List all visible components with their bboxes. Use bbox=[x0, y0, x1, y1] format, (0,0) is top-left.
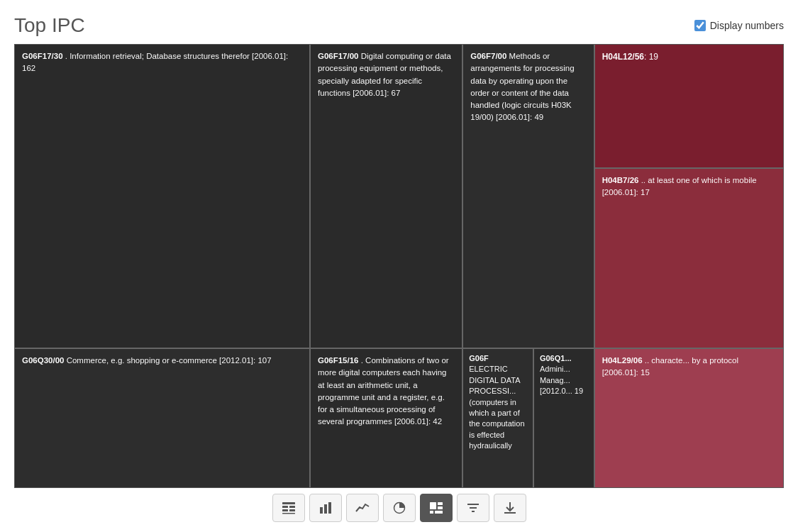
table-icon bbox=[282, 501, 296, 514]
right-section: H04L12/56: 19 H04B7/26 .. at least one o… bbox=[595, 45, 783, 487]
cell-mid-bot-left: G06F15/16 . Combinations of two or more … bbox=[311, 349, 463, 487]
cell-mid-bot-mid-desc: ELECTRIC DIGITAL DATA PROCESSI... (compu… bbox=[469, 365, 524, 450]
header: Top IPC Display numbers bbox=[14, 14, 784, 37]
cell-bottom-left-code: G06Q30/00 bbox=[22, 356, 64, 365]
filter-icon bbox=[466, 501, 480, 514]
cell-top-left: G06F17/30 . Information retrieval; Datab… bbox=[15, 45, 309, 349]
display-numbers-label: Display numbers bbox=[710, 20, 784, 31]
svg-rect-8 bbox=[328, 502, 331, 514]
cell-mid-bot-left-code: G06F15/16 bbox=[318, 356, 359, 365]
filter-button[interactable] bbox=[457, 494, 489, 522]
svg-rect-6 bbox=[320, 507, 323, 514]
bar-chart-icon bbox=[318, 501, 333, 514]
svg-rect-13 bbox=[430, 511, 433, 514]
cell-right-mid: H04B7/26 .. at least one of which is mob… bbox=[595, 169, 783, 349]
cell-mid-bot-mid: G06F ELECTRIC DIGITAL DATA PROCESSI... (… bbox=[463, 349, 534, 487]
table-button[interactable] bbox=[272, 494, 305, 522]
bar-chart-button[interactable] bbox=[309, 494, 342, 522]
svg-rect-2 bbox=[289, 506, 295, 508]
treemap-icon bbox=[429, 501, 443, 514]
display-numbers-checkbox[interactable] bbox=[694, 20, 706, 31]
svg-rect-15 bbox=[438, 511, 440, 514]
middle-section: G06F17/00 Digital computing or data proc… bbox=[311, 45, 595, 487]
cell-top-left-code: G06F17/30 bbox=[22, 52, 63, 60]
treemap: G06F17/30 . Information retrieval; Datab… bbox=[14, 44, 784, 488]
cell-right-top-desc: : 19 bbox=[644, 52, 658, 62]
page-container: Top IPC Display numbers G06F17/30 . Info… bbox=[0, 0, 798, 532]
svg-rect-10 bbox=[430, 502, 436, 509]
line-chart-icon bbox=[355, 501, 370, 514]
download-icon bbox=[503, 501, 517, 514]
cell-mid-top-left-code: G06F17/00 bbox=[318, 52, 359, 60]
cell-bottom-left-desc: Commerce, e.g. shopping or e-commerce [2… bbox=[64, 356, 271, 365]
cell-right-top-code: H04L12/56 bbox=[602, 52, 644, 62]
cell-mid-bot-right: G06Q1... Admini... Manag... [2012.0... 1… bbox=[534, 349, 594, 487]
pie-chart-button[interactable] bbox=[383, 494, 416, 522]
svg-rect-0 bbox=[282, 502, 295, 504]
cell-right-bot: H04L29/06 .. characte... by a protocol [… bbox=[595, 349, 783, 487]
svg-rect-5 bbox=[282, 513, 295, 514]
toolbar bbox=[14, 488, 784, 525]
pie-chart-icon bbox=[392, 501, 406, 514]
download-button[interactable] bbox=[494, 494, 526, 522]
cell-mid-top-left: G06F17/00 Digital computing or data proc… bbox=[311, 45, 463, 348]
svg-rect-4 bbox=[289, 509, 295, 511]
cell-mid-bot-right-desc: Admini... Manag... [2012.0... 19 bbox=[540, 365, 583, 395]
cell-mid-bot-mid-code: G06F bbox=[469, 354, 489, 362]
page-title: Top IPC bbox=[14, 14, 85, 37]
middle-top: G06F17/00 Digital computing or data proc… bbox=[311, 45, 594, 349]
svg-rect-1 bbox=[282, 506, 288, 508]
display-numbers-control: Display numbers bbox=[694, 20, 784, 31]
cell-mid-top-right: G06F7/00 Methods or arrangements for pro… bbox=[463, 45, 593, 348]
line-chart-button[interactable] bbox=[346, 494, 379, 522]
cell-mid-top-right-code: G06F7/00 bbox=[470, 52, 506, 60]
left-section: G06F17/30 . Information retrieval; Datab… bbox=[15, 45, 311, 487]
cell-mid-bot-right-code: G06Q1... bbox=[540, 354, 572, 362]
cell-right-top: H04L12/56: 19 bbox=[595, 45, 783, 169]
treemap-inner: G06F17/30 . Information retrieval; Datab… bbox=[15, 45, 783, 487]
cell-bottom-left: G06Q30/00 Commerce, e.g. shopping or e-c… bbox=[15, 349, 309, 487]
svg-rect-11 bbox=[438, 502, 443, 505]
middle-bottom: G06F15/16 . Combinations of two or more … bbox=[311, 349, 594, 487]
cell-right-bot-code: H04L29/06 bbox=[602, 356, 643, 365]
svg-rect-3 bbox=[282, 509, 288, 511]
cell-mid-bot-left-desc: . Combinations of two or more digital co… bbox=[318, 356, 449, 426]
cell-mid-top-right-desc: Methods or arrangements for processing d… bbox=[470, 52, 574, 121]
cell-right-mid-code: H04B7/26 bbox=[602, 176, 639, 184]
svg-rect-7 bbox=[324, 504, 327, 514]
svg-rect-12 bbox=[438, 506, 443, 509]
treemap-button[interactable] bbox=[420, 494, 453, 522]
